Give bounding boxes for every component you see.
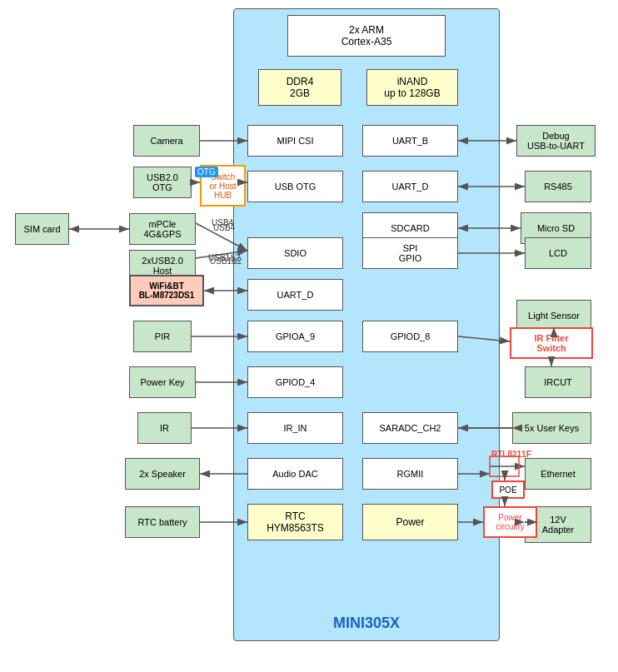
- gpiod-4-block: GPIOD_4: [247, 366, 343, 398]
- rtl8211f-label: RTL8211F: [491, 450, 531, 459]
- power-label: Power: [396, 516, 424, 528]
- power-key-block: Power Key: [129, 366, 196, 398]
- usb2-host-label: 2xUSB2.0Host: [142, 256, 183, 276]
- usb2-otg-block: USB2.0OTG: [133, 167, 192, 198]
- rs485-block: RS485: [525, 171, 591, 202]
- rs485-label: RS485: [544, 182, 572, 192]
- power-circuitry-label: Powercircuitry: [496, 513, 524, 531]
- usb2-otg-label: USB2.0OTG: [147, 172, 178, 192]
- wifibt-label: WiFi&BTBL-M8723DS1: [139, 281, 195, 300]
- otg-label: OTG: [195, 167, 218, 177]
- ir-label: IR: [160, 423, 169, 433]
- speaker-block: 2x Speaker: [125, 458, 200, 490]
- rgmii-label: RGMII: [397, 469, 424, 479]
- audio-dac-label: Audio DAC: [272, 469, 317, 479]
- mipi-csi-block: MIPI CSI: [247, 125, 343, 157]
- uart-d2-block: UART_D: [247, 279, 343, 311]
- gpioa-9-block: GPIOA_9: [247, 321, 343, 352]
- usb-otg-block: USB OTG: [247, 171, 343, 202]
- spi-gpio-label: SPIGPIO: [399, 243, 422, 263]
- ir-filter-block: IR FilterSwitch: [510, 327, 593, 359]
- gpiod-8-block: GPIOD_8: [362, 321, 458, 352]
- ircut-label: IRCUT: [544, 377, 572, 387]
- ir-block: IR: [137, 412, 192, 444]
- poe-label: POE: [499, 485, 516, 495]
- usb-otg-label: USB OTG: [275, 182, 316, 192]
- mipi-csi-label: MIPI CSI: [277, 136, 313, 146]
- arm-label: 2x ARM Cortex-A35: [341, 24, 392, 47]
- rgmii-block: RGMII: [362, 458, 458, 490]
- pir-block: PIR: [133, 321, 192, 352]
- debug-usb-block: DebugUSB-to-UART: [516, 125, 596, 157]
- uart-d2-label: UART_D: [277, 290, 314, 300]
- usb12-connector: USB1&2: [208, 253, 240, 262]
- user-keys-block: 5x User Keys: [512, 412, 591, 444]
- sdio-label: SDIO: [284, 248, 307, 258]
- mpcie-block: mPCle4G&GPS: [129, 213, 196, 245]
- ir-in-block: IR_IN: [247, 412, 343, 444]
- power-key-label: Power Key: [140, 377, 184, 387]
- saradc-block: SARADC_CH2: [362, 412, 458, 444]
- adapter-label: 12VAdapter: [542, 515, 575, 535]
- sdcard-label: SDCARD: [391, 223, 429, 233]
- rtc-block: RTCHYM8563TS: [247, 504, 343, 540]
- camera-block: Camera: [133, 125, 200, 157]
- lcd-block: LCD: [525, 237, 591, 269]
- audio-dac-block: Audio DAC: [247, 458, 343, 490]
- spi-gpio-block: SPIGPIO: [362, 237, 458, 269]
- ddr4-label: DDR42GB: [287, 76, 314, 99]
- user-keys-label: 5x User Keys: [525, 423, 579, 433]
- rtc-battery-block: RTC battery: [125, 506, 200, 538]
- sdio-block: SDIO: [247, 237, 343, 269]
- central-title: MINI305X: [234, 615, 499, 632]
- speaker-label: 2x Speaker: [139, 469, 186, 479]
- usb4-connector: USB4: [212, 218, 233, 227]
- gpioa-9-label: GPIOA_9: [276, 331, 315, 341]
- power-circuitry-block: Powercircuitry: [483, 506, 537, 538]
- light-sensor-label: Light Sensor: [528, 311, 580, 321]
- rtc-battery-label: RTC battery: [137, 517, 187, 527]
- power-block: Power: [362, 504, 458, 540]
- ircut-block: IRCUT: [525, 366, 591, 398]
- micro-sd-label: Micro SD: [537, 223, 575, 233]
- uart-d1-block: UART_D: [362, 171, 458, 202]
- ddr4-block: DDR42GB: [258, 69, 341, 106]
- uart-b-block: UART_B: [362, 125, 458, 157]
- mpcie-label: mPCle4G&GPS: [143, 219, 181, 239]
- ethernet-label: Ethernet: [541, 469, 576, 479]
- pir-label: PIR: [155, 331, 170, 341]
- camera-label: Camera: [150, 136, 182, 146]
- sim-card-block: SIM card: [15, 213, 69, 245]
- arm-block: 2x ARM Cortex-A35: [287, 15, 446, 57]
- diagram-container: MINI305X 2x ARM Cortex-A35 DDR42GB iNAND…: [0, 0, 618, 672]
- uart-b-label: UART_B: [392, 136, 428, 146]
- debug-usb-label: DebugUSB-to-UART: [527, 131, 585, 151]
- saradc-label: SARADC_CH2: [380, 423, 441, 433]
- sim-card-label: SIM card: [23, 224, 60, 234]
- ethernet-block: Ethernet: [525, 458, 591, 490]
- ir-filter-label: IR FilterSwitch: [535, 333, 569, 353]
- poe-block: POE: [491, 480, 525, 499]
- ir-in-label: IR_IN: [283, 423, 307, 433]
- gpiod-8-label: GPIOD_8: [391, 331, 431, 341]
- uart-d1-label: UART_D: [392, 182, 429, 192]
- inand-block: iNANDup to 128GB: [366, 69, 458, 106]
- lcd-label: LCD: [549, 248, 567, 258]
- wifibt-block: WiFi&BTBL-M8723DS1: [129, 275, 204, 306]
- gpiod-4-label: GPIOD_4: [276, 377, 316, 387]
- inand-label: iNANDup to 128GB: [384, 76, 440, 99]
- rtc-label: RTCHYM8563TS: [267, 510, 324, 534]
